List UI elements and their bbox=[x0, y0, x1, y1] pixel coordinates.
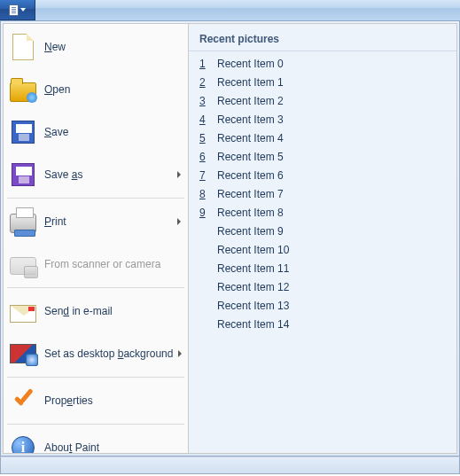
recent-item-label: Recent Item 8 bbox=[217, 207, 284, 219]
menu-label: Properties bbox=[44, 394, 181, 407]
separator bbox=[7, 424, 184, 425]
mail-icon bbox=[9, 297, 37, 325]
recent-item-shortcut: 7 bbox=[199, 169, 214, 182]
recent-item[interactable]: 3Recent Item 2 bbox=[189, 91, 456, 110]
recent-item-shortcut: 6 bbox=[199, 151, 214, 163]
recent-item-label: Recent Item 5 bbox=[217, 151, 284, 163]
recent-item[interactable]: 4Recent Item 3 bbox=[189, 110, 456, 129]
save-as-icon bbox=[9, 160, 37, 189]
app-menu-button[interactable] bbox=[0, 0, 35, 20]
application-menu: New Open Save Save as Print From scanner… bbox=[0, 21, 460, 456]
menu-label: New bbox=[44, 41, 181, 53]
open-folder-icon bbox=[9, 75, 37, 104]
recent-item-shortcut: 2 bbox=[199, 76, 214, 89]
menu-item-from-scanner: From scanner or camera bbox=[4, 243, 188, 285]
recent-item-label: Recent Item 9 bbox=[217, 225, 284, 238]
menu-item-new[interactable]: New bbox=[4, 26, 188, 68]
recent-item-label: Recent Item 14 bbox=[217, 318, 289, 331]
menu-item-save-as[interactable]: Save as bbox=[4, 153, 188, 196]
desktop-background-icon bbox=[9, 339, 37, 368]
menu-label: Send in e-mail bbox=[44, 305, 181, 317]
recent-item-shortcut: 4 bbox=[199, 113, 214, 126]
recent-header: Recent pictures bbox=[189, 29, 456, 51]
recent-item-label: Recent Item 1 bbox=[217, 76, 284, 89]
recent-item-label: Recent Item 11 bbox=[217, 262, 289, 275]
recent-item[interactable]: 2Recent Item 1 bbox=[189, 73, 456, 91]
submenu-arrow-icon bbox=[177, 171, 181, 178]
menu-item-open[interactable]: Open bbox=[4, 68, 188, 111]
recent-list: 1Recent Item 02Recent Item 13Recent Item… bbox=[189, 54, 456, 333]
menu-item-send-email[interactable]: Send in e-mail bbox=[4, 290, 188, 332]
menu-label: Print bbox=[44, 215, 172, 228]
recent-item-shortcut: 5 bbox=[199, 132, 214, 144]
submenu-arrow-icon bbox=[178, 350, 182, 357]
menu-label: Save bbox=[44, 126, 181, 138]
new-file-icon bbox=[9, 33, 37, 61]
menu-item-save[interactable]: Save bbox=[4, 111, 188, 153]
recent-item[interactable]: Recent Item 9 bbox=[189, 222, 456, 240]
recent-item[interactable]: Recent Item 13 bbox=[189, 296, 456, 315]
recent-item[interactable]: 8Recent Item 7 bbox=[189, 184, 456, 203]
save-icon bbox=[9, 118, 37, 146]
recent-item[interactable]: 1Recent Item 0 bbox=[189, 54, 456, 73]
menu-item-print[interactable]: Print bbox=[4, 200, 188, 243]
separator bbox=[7, 198, 184, 199]
info-icon: i bbox=[9, 433, 37, 454]
recent-item[interactable]: 7Recent Item 6 bbox=[189, 166, 456, 184]
chevron-down-icon bbox=[20, 8, 26, 12]
recent-item[interactable]: 6Recent Item 5 bbox=[189, 147, 456, 166]
recent-item-label: Recent Item 4 bbox=[217, 132, 284, 144]
separator bbox=[7, 287, 184, 288]
recent-item[interactable]: 5Recent Item 4 bbox=[189, 129, 456, 147]
properties-icon bbox=[9, 386, 37, 415]
title-bar bbox=[0, 0, 460, 21]
recent-item[interactable]: Recent Item 10 bbox=[189, 240, 456, 259]
recent-item[interactable]: Recent Item 14 bbox=[189, 315, 456, 333]
separator bbox=[7, 377, 184, 378]
recent-item-shortcut: 9 bbox=[199, 207, 214, 219]
printer-icon bbox=[9, 207, 37, 236]
recent-item-shortcut: 8 bbox=[199, 188, 214, 200]
recent-item-label: Recent Item 2 bbox=[217, 95, 284, 107]
recent-item-label: Recent Item 7 bbox=[217, 188, 284, 200]
menu-label: Save as bbox=[44, 168, 172, 181]
menu-commands-panel: New Open Save Save as Print From scanner… bbox=[3, 23, 188, 454]
document-icon bbox=[9, 4, 19, 16]
recent-item[interactable]: 9Recent Item 8 bbox=[189, 203, 456, 222]
submenu-arrow-icon bbox=[177, 218, 181, 225]
menu-item-set-background[interactable]: Set as desktop background bbox=[4, 332, 188, 375]
recent-item-label: Recent Item 0 bbox=[217, 58, 284, 70]
menu-label: About Paint bbox=[44, 441, 181, 454]
menu-item-properties[interactable]: Properties bbox=[4, 379, 188, 422]
scanner-icon bbox=[9, 250, 37, 278]
recent-item-label: Recent Item 13 bbox=[217, 300, 289, 312]
menu-label: Set as desktop background bbox=[44, 347, 173, 360]
menu-label: Open bbox=[44, 83, 181, 96]
recent-pictures-panel: Recent pictures 1Recent Item 02Recent It… bbox=[188, 23, 457, 454]
menu-footer bbox=[0, 456, 460, 474]
recent-item[interactable]: Recent Item 12 bbox=[189, 277, 456, 296]
menu-item-about[interactable]: i About Paint bbox=[4, 426, 188, 454]
recent-item[interactable]: Recent Item 11 bbox=[189, 259, 456, 277]
recent-item-label: Recent Item 3 bbox=[217, 113, 284, 126]
recent-item-shortcut: 1 bbox=[199, 58, 214, 70]
recent-item-label: Recent Item 12 bbox=[217, 281, 289, 293]
recent-item-label: Recent Item 10 bbox=[217, 244, 289, 256]
recent-item-shortcut: 3 bbox=[199, 95, 214, 107]
menu-label: From scanner or camera bbox=[44, 258, 181, 270]
recent-item-label: Recent Item 6 bbox=[217, 169, 284, 182]
